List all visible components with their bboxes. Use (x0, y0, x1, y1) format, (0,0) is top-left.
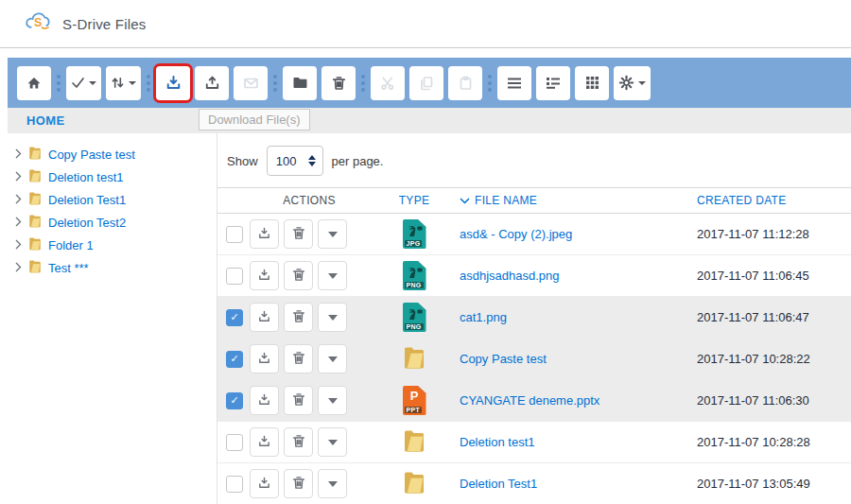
row-file-name-cell: Copy Paste test (460, 352, 697, 366)
row-download-button[interactable] (250, 386, 279, 415)
sidebar-folder-item[interactable]: Deletion test1 (8, 165, 217, 188)
row-delete-button[interactable] (284, 303, 313, 332)
row-more-actions-button[interactable] (318, 261, 347, 290)
copy-button[interactable] (409, 66, 443, 100)
new-folder-button[interactable] (283, 66, 317, 100)
delete-button[interactable] (321, 66, 356, 100)
row-checkbox[interactable]: ✓ (226, 351, 243, 368)
spinner-down-icon[interactable] (308, 162, 316, 166)
row-download-button[interactable] (250, 303, 279, 332)
row-checkbox[interactable] (226, 434, 243, 451)
row-created-date: 2017-11-07 11:06:30 (697, 393, 851, 408)
row-checkbox[interactable] (226, 226, 243, 243)
row-more-actions-button[interactable] (318, 303, 347, 332)
file-name-link[interactable]: asd& - Copy (2).jpeg (460, 227, 572, 241)
file-name-link[interactable]: Deletion test1 (460, 435, 535, 449)
row-more-actions-button[interactable] (318, 427, 347, 457)
chevron-right-icon[interactable] (15, 216, 22, 230)
row-more-actions-button[interactable] (318, 344, 347, 374)
detail-view-button[interactable] (536, 66, 570, 100)
download-button[interactable] (156, 66, 190, 100)
page-header: S S-Drive Files (0, 0, 851, 48)
row-file-name-cell: asdhjsadhasd.png (460, 269, 697, 283)
sidebar-folder-item[interactable]: Deletion Test2 (8, 211, 217, 234)
row-download-button[interactable] (250, 427, 279, 457)
file-name-link[interactable]: Deletion Test1 (460, 477, 537, 491)
file-row: ✓ (217, 339, 851, 380)
row-actions-cell (250, 386, 369, 415)
file-name-link[interactable]: cat1.png (460, 310, 507, 324)
sidebar-folder-label: Deletion test1 (48, 170, 124, 184)
row-download-button[interactable] (250, 261, 279, 290)
select-all-button[interactable] (66, 66, 101, 100)
row-created-date: 2017-11-07 10:28:22 (697, 352, 851, 366)
breadcrumb-home[interactable]: HOME (8, 113, 65, 128)
row-file-name-cell: asd& - Copy (2).jpeg (460, 227, 697, 241)
download-icon (257, 351, 271, 368)
file-name-column-header[interactable]: FILE NAME (460, 194, 697, 207)
download-icon (257, 226, 271, 243)
sidebar-folder-item[interactable]: Folder 1 (8, 234, 217, 256)
download-icon (257, 392, 271, 409)
file-row: ✓ (217, 380, 851, 422)
paste-button[interactable] (448, 66, 482, 100)
file-name-link[interactable]: asdhjsadhasd.png (460, 269, 560, 283)
page-size-spinner[interactable]: 100 (267, 146, 323, 176)
detail-view-icon (546, 77, 561, 89)
page-size-value[interactable]: 100 (273, 154, 300, 168)
chevron-down-icon (638, 81, 646, 85)
sidebar-folder-item[interactable]: Copy Paste test (8, 143, 217, 165)
row-actions-cell (250, 261, 369, 290)
row-checkbox[interactable] (226, 476, 243, 493)
file-row: Deletion Test1 2017-11-07 13:05:49 (217, 463, 851, 504)
spinner-up-icon[interactable] (308, 155, 316, 160)
upload-button[interactable] (195, 66, 229, 100)
download-icon (257, 476, 271, 493)
row-delete-button[interactable] (284, 469, 313, 498)
settings-button[interactable] (614, 66, 651, 100)
grid-view-button[interactable] (575, 66, 609, 100)
row-delete-button[interactable] (284, 344, 313, 374)
row-checkbox[interactable] (226, 268, 243, 285)
file-name-link[interactable]: CYANGATE deneme.pptx (460, 393, 599, 408)
chevron-right-icon[interactable] (15, 148, 22, 162)
row-file-name-cell: Deletion Test1 (460, 477, 697, 491)
row-delete-button[interactable] (284, 427, 313, 457)
row-download-button[interactable] (250, 219, 279, 249)
email-button[interactable] (234, 66, 268, 100)
cut-button[interactable] (371, 66, 405, 100)
row-checkbox-cell (217, 268, 250, 285)
chevron-right-icon[interactable] (15, 193, 22, 207)
list-view-button[interactable] (497, 66, 531, 100)
sort-button[interactable] (106, 66, 141, 100)
row-delete-button[interactable] (284, 261, 313, 290)
home-button[interactable] (17, 66, 51, 100)
trash-icon (292, 309, 305, 326)
row-download-button[interactable] (250, 344, 279, 374)
chevron-right-icon[interactable] (15, 238, 22, 252)
row-delete-button[interactable] (284, 386, 313, 415)
row-checkbox[interactable]: ✓ (226, 309, 243, 326)
row-more-actions-button[interactable] (318, 219, 347, 249)
sidebar-folder-item[interactable]: Test *** (8, 256, 217, 279)
home-icon (26, 76, 42, 91)
row-file-name-cell: cat1.png (460, 310, 697, 324)
row-type-cell: PPPT (369, 386, 460, 415)
row-more-actions-button[interactable] (318, 386, 347, 415)
row-download-button[interactable] (250, 469, 279, 498)
row-type-cell (369, 345, 460, 374)
per-page-label: per page. (332, 154, 384, 168)
row-delete-button[interactable] (284, 219, 313, 249)
row-checkbox-cell (217, 226, 250, 243)
row-actions-cell (250, 303, 369, 332)
row-checkbox[interactable]: ✓ (226, 392, 243, 409)
row-more-actions-button[interactable] (318, 469, 347, 498)
row-created-date: 2017-11-07 10:28:28 (697, 435, 851, 449)
trash-icon (292, 392, 305, 409)
chevron-right-icon[interactable] (15, 261, 22, 275)
type-column-header[interactable]: TYPE (369, 194, 460, 207)
file-name-link[interactable]: Copy Paste test (460, 352, 547, 366)
chevron-right-icon[interactable] (15, 170, 22, 184)
created-date-column-header[interactable]: CREATED DATE (697, 194, 851, 207)
sidebar-folder-item[interactable]: Deletion Test1 (8, 188, 217, 211)
